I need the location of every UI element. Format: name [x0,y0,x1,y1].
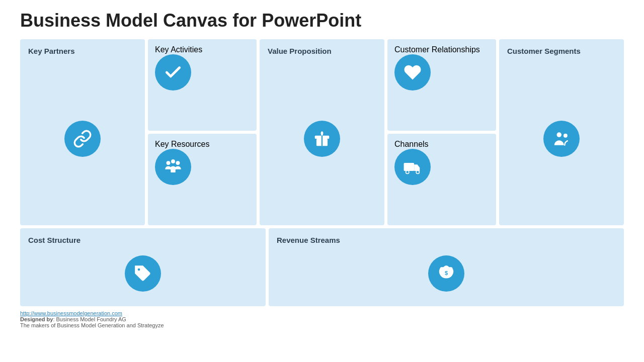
key-activities-icon-area [155,54,191,90]
svg-point-1 [176,161,180,165]
cell-value-proposition: Value Proposition [260,39,384,225]
cell-customer-segments: Customer Segments [499,39,624,225]
svg-rect-3 [171,169,176,172]
key-resources-icon-area [155,149,191,185]
value-proposition-icon-area [268,59,376,219]
channels-icon-area [394,149,431,185]
key-partners-icon-circle [64,121,101,157]
key-resources-icon-circle [155,149,191,185]
footer-tagline: The makers of Business Model Generation … [20,322,164,328]
cell-key-resources: Key Resources [148,134,257,225]
canvas-container: Key Partners Key Activities [20,39,624,306]
svg-rect-8 [404,163,415,171]
footer-designed-by: Designed by: Business Model Foundry AG [20,316,126,322]
key-activities-title: Key Activities [155,45,202,54]
footer-url[interactable]: http://www.businessmodelgeneration.com [20,310,122,316]
heart-icon [403,63,422,82]
customer-segments-icon-area [507,59,616,219]
col-key-activities-resources: Key Activities Key Resources [148,39,257,225]
key-resources-title: Key Resources [155,140,210,149]
svg-point-2 [171,159,175,163]
channels-icon-circle [394,149,431,185]
svg-point-11 [557,132,562,137]
cell-channels: Channels [387,134,496,225]
group-icon [552,129,571,148]
key-partners-icon-area [28,59,137,219]
cost-structure-icon-area [28,248,258,300]
col-customer-rel-channels: Customer Relationships Channels [387,39,496,225]
svg-text:$: $ [445,270,448,276]
svg-point-9 [406,170,409,173]
customer-relationships-icon-circle [394,54,431,90]
key-activities-icon-circle [155,54,191,90]
revenue-streams-icon-circle: $ [428,255,464,292]
cell-cost-structure: Cost Structure [20,228,266,306]
money-icon: $ [437,264,456,283]
svg-point-10 [416,170,419,173]
key-partners-title: Key Partners [28,46,75,56]
link-icon [73,129,92,148]
cost-structure-icon-circle [125,255,161,292]
cell-revenue-streams: Revenue Streams $ [269,228,624,306]
gift-icon [312,129,332,148]
truck-icon [403,157,422,176]
checkmark-icon [164,63,183,82]
cost-structure-title: Cost Structure [28,235,80,245]
top-section: Key Partners Key Activities [20,39,624,225]
svg-rect-4 [172,168,173,170]
svg-point-12 [564,133,568,137]
page-title: Business Model Canvas for PowerPoint [20,10,624,31]
customer-segments-icon-circle [543,121,580,157]
factory-icon [164,157,183,176]
value-proposition-title: Value Proposition [268,46,332,56]
cell-key-partners: Key Partners [20,39,145,225]
cell-key-activities: Key Activities [148,39,257,131]
bottom-section: Cost Structure Revenue Streams [20,228,624,306]
value-proposition-icon-circle [304,121,340,157]
cell-customer-relationships: Customer Relationships [387,39,496,131]
footer: http://www.businessmodelgeneration.com D… [20,310,624,328]
svg-point-0 [167,161,171,165]
customer-segments-title: Customer Segments [507,46,581,56]
revenue-streams-icon-area: $ [277,248,616,300]
channels-title: Channels [394,140,429,149]
customer-relationships-icon-area [394,54,431,90]
tag-icon [133,264,152,283]
revenue-streams-title: Revenue Streams [277,235,340,245]
svg-point-13 [138,268,140,271]
customer-relationships-title: Customer Relationships [394,45,480,54]
